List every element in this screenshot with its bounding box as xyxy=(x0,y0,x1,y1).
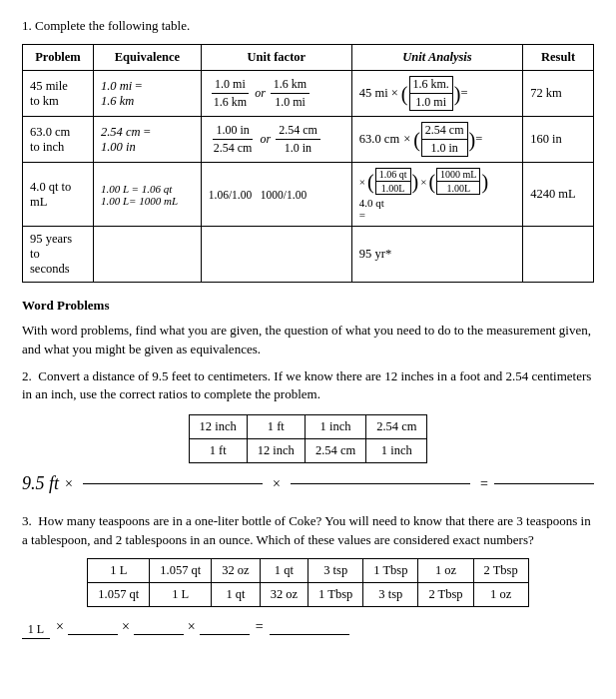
cell-equiv-2: 2.54 cm = 1.00 in xyxy=(93,117,201,163)
main-table: Problem Equivalence Unit factor Unit Ana… xyxy=(22,44,594,283)
col-result: Result xyxy=(523,45,594,71)
instruction: 1. Complete the following table. xyxy=(22,18,594,34)
ct3-r2c2: 1 L xyxy=(150,582,212,606)
col-problem: Problem xyxy=(23,45,94,71)
conv-table-2: 12 inch 1 ft 1 inch 2.54 cm 1 ft 12 inch… xyxy=(189,414,428,463)
col-unit-factor: Unit factor xyxy=(201,45,351,71)
ct2-r2c1: 1 ft xyxy=(189,439,247,463)
problem3-section: 3. How many teaspoons are in a one-liter… xyxy=(22,512,594,550)
ct3-r1c2: 1.057 qt xyxy=(150,558,212,582)
cell-result-2: 160 in xyxy=(523,117,594,163)
ct3-r1c1: 1 L xyxy=(88,558,150,582)
word-problems-para1: With word problems, find what you are gi… xyxy=(22,322,594,359)
cell-uf-3: 1.06/1.00 1000/1.00 xyxy=(201,163,351,227)
cell-equiv-3: 1.00 L = 1.06 qt 1.00 L= 1000 mL xyxy=(93,163,201,227)
col-unit-analysis: Unit Analysis xyxy=(351,45,522,71)
cell-ua-4: 95 yr* xyxy=(351,227,522,283)
problem2-conv-table: 12 inch 1 ft 1 inch 2.54 cm 1 ft 12 inch… xyxy=(22,414,594,463)
cell-uf-1: 1.0 mi 1.6 km or 1.6 km 1.0 mi xyxy=(201,71,351,117)
ct3-r2c4: 32 oz xyxy=(260,582,308,606)
problem3-text: 3. How many teaspoons are in a one-liter… xyxy=(22,512,594,550)
ct3-r1c8: 2 Tbsp xyxy=(473,558,528,582)
problem2-section: 2. Convert a distance of 9.5 feet to cen… xyxy=(22,367,594,405)
cell-equiv-4 xyxy=(93,227,201,283)
ct2-r2c4: 1 inch xyxy=(366,439,427,463)
equation-line-2: 9.5 ft × × = xyxy=(22,473,594,494)
ct3-r2c7: 2 Tbsp xyxy=(418,582,473,606)
cell-ua-1: 45 mi × ( 1.6 km. 1.0 mi ) = xyxy=(351,71,522,117)
ct2-r1c3: 1 inch xyxy=(305,415,365,439)
eq-value: 9.5 ft xyxy=(22,473,59,494)
ct3-r2c8: 1 oz xyxy=(473,582,528,606)
ct2-r1c4: 2.54 cm xyxy=(366,415,427,439)
cell-uf-2: 1.00 in 2.54 cm or 2.54 cm 1.0 in xyxy=(201,117,351,163)
cell-result-1: 72 km xyxy=(523,71,594,117)
cell-problem-2: 63.0 cmto inch xyxy=(23,117,94,163)
ct3-r2c5: 1 Tbsp xyxy=(308,582,363,606)
ct2-r1c2: 1 ft xyxy=(247,415,305,439)
ct3-r1c5: 3 tsp xyxy=(308,558,363,582)
cell-ua-2: 63.0 cm × ( 2.54 cm 1.0 in ) = xyxy=(351,117,522,163)
ct3-r1c3: 32 oz xyxy=(212,558,260,582)
ct3-r1c4: 1 qt xyxy=(260,558,308,582)
cell-uf-4 xyxy=(201,227,351,283)
cell-problem-4: 95 yearstoseconds xyxy=(23,227,94,283)
ct2-r2c2: 12 inch xyxy=(247,439,305,463)
cell-equiv-1: 1.0 mi = 1.6 km xyxy=(93,71,201,117)
table-row-2: 63.0 cmto inch 2.54 cm = 1.00 in 1.00 in… xyxy=(23,117,594,163)
problem3-conv-table: 1 L 1.057 qt 32 oz 1 qt 3 tsp 1 Tbsp 1 o… xyxy=(22,558,594,607)
cell-ua-3: × ( 1.06 qt 1.00L ) × ( 1000 mL xyxy=(351,163,522,227)
col-equivalence: Equivalence xyxy=(93,45,201,71)
cell-result-3: 4240 mL xyxy=(523,163,594,227)
ct3-r2c3: 1 qt xyxy=(212,582,260,606)
ct2-r2c3: 2.54 cm xyxy=(305,439,365,463)
table-row-1: 45 mileto km 1.0 mi = 1.6 km 1.0 mi 1.6 … xyxy=(23,71,594,117)
ct3-r1c7: 1 oz xyxy=(418,558,473,582)
ct3-r1c6: 1 Tbsp xyxy=(363,558,418,582)
ct3-r2c1: 1.057 qt xyxy=(88,582,150,606)
problem2-text: 2. Convert a distance of 9.5 feet to cen… xyxy=(22,367,594,405)
ct3-r2c6: 3 tsp xyxy=(363,582,418,606)
cell-problem-1: 45 mileto km xyxy=(23,71,94,117)
cell-problem-3: 4.0 qt tomL xyxy=(23,163,94,227)
cell-result-4 xyxy=(523,227,594,283)
ct2-r1c1: 12 inch xyxy=(189,415,247,439)
bottom-eq-1L: 1 L xyxy=(28,622,44,637)
conv-table-3: 1 L 1.057 qt 32 oz 1 qt 3 tsp 1 Tbsp 1 o… xyxy=(87,558,528,607)
table-row-4: 95 yearstoseconds 95 yr* xyxy=(23,227,594,283)
word-problems-section: Word Problems With word problems, find w… xyxy=(22,297,594,359)
table-row-3: 4.0 qt tomL 1.00 L = 1.06 qt 1.00 L= 100… xyxy=(23,163,594,227)
word-problems-title: Word Problems xyxy=(22,297,594,316)
bottom-equation-line: 1 L × × × = xyxy=(22,619,594,639)
